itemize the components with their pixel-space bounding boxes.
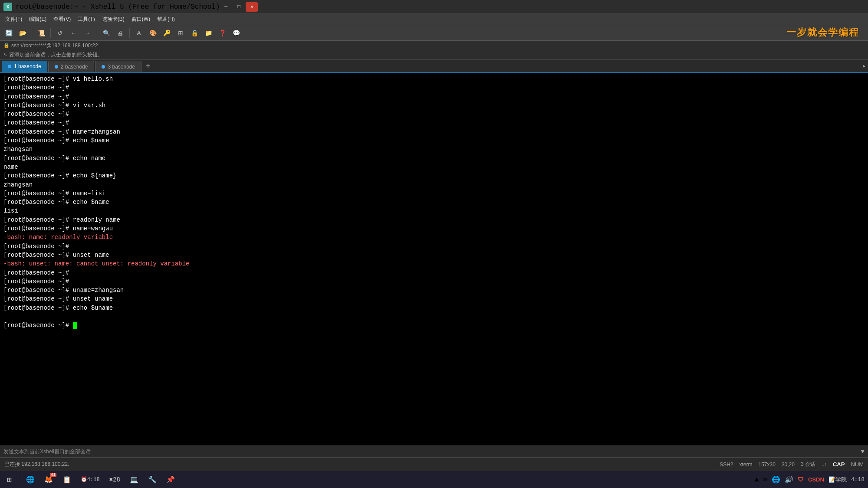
terminal-area[interactable]: [root@basenode ~]# vi hello.sh[root@base…: [0, 73, 868, 445]
menu-edit[interactable]: 编辑(E): [26, 15, 50, 24]
toolbar-refresh-btn[interactable]: ↺: [54, 27, 66, 39]
toolbar-folder-btn[interactable]: 📁: [202, 27, 214, 39]
files-btn[interactable]: 📋: [59, 473, 75, 487]
tray-keyboard-icon[interactable]: ⌨: [763, 475, 767, 484]
toolbar-lock-btn[interactable]: 🔒: [188, 27, 201, 39]
notes-tray[interactable]: 📝学院: [829, 476, 847, 484]
toolbar-question-btn[interactable]: ❓: [216, 27, 228, 39]
terminal-line: [root@basenode ~]# vi var.sh: [3, 101, 865, 110]
terminal-line: [root@basenode ~]# echo $name: [3, 136, 865, 145]
menu-window[interactable]: 窗口(W): [128, 15, 154, 24]
error-output: -bash: name: readonly variable: [3, 233, 865, 242]
tab-3[interactable]: 3 basenode: [95, 61, 141, 72]
toolbar-layout-btn[interactable]: ⊞: [174, 27, 187, 39]
terminal-line: [3, 312, 865, 321]
prompt-text: [root@basenode ~]#: [3, 269, 73, 276]
toolbar-color-btn[interactable]: 🎨: [147, 27, 159, 39]
tabs-scroll-right[interactable]: ▸: [862, 62, 866, 70]
toolbar-forward-btn[interactable]: →: [82, 27, 94, 39]
caps-lock-indicator: CAP: [833, 461, 845, 468]
prompt-text: [root@basenode ~]#: [3, 322, 73, 329]
toolbar-key-btn[interactable]: 🔑: [161, 27, 173, 39]
toolbar-back-btn[interactable]: ←: [68, 27, 80, 39]
send-arrow-icon[interactable]: ▼: [861, 448, 865, 455]
pin-btn[interactable]: 📌: [163, 473, 178, 487]
toolbar-new-btn[interactable]: 🔄: [3, 27, 15, 39]
terminal-line: [root@basenode ~]# name=zhangsan: [3, 128, 865, 136]
prompt-text: [root@basenode ~]#: [3, 243, 73, 250]
command-text: uname=zhangsan: [73, 287, 124, 294]
command-text: echo ${name}: [73, 172, 117, 179]
timer-btn[interactable]: ⏰4:18: [77, 473, 103, 487]
menubar: 文件(F) 编辑(E) 查看(V) 工具(T) 选项卡(B) 窗口(W) 帮助(…: [0, 14, 868, 25]
prompt-text: [root@basenode ~]#: [3, 84, 73, 91]
main-wrapper: [root@basenode ~]# vi hello.sh[root@base…: [0, 73, 868, 471]
connection-status: 已连接 192.168.188.100:22.: [4, 461, 720, 468]
tab-1[interactable]: 1 basenode: [2, 61, 47, 72]
clock: 4:18: [851, 476, 865, 483]
menu-help[interactable]: 帮助(H): [154, 15, 178, 24]
tray-network-icon[interactable]: 🌐: [772, 475, 780, 484]
lock-icon: 🔒: [3, 43, 10, 48]
tray-up-icon[interactable]: ▲: [755, 476, 759, 484]
session-count: 3 会话: [801, 461, 815, 468]
terminal-line: zhangsan: [3, 145, 865, 154]
command-text: echo name: [73, 155, 106, 162]
send-text-label: 发送文本到当前Xshell窗口的全部会话: [3, 448, 91, 455]
toolbar-script-btn[interactable]: 📜: [35, 27, 47, 39]
prompt-text: [root@basenode ~]#: [3, 278, 73, 285]
toolbar: 🔄 📂 📜 ↺ ← → 🔍 🖨 A 🎨 🔑 ⊞ 🔒 📁 ❓ 💬 一岁就会学编程: [0, 25, 868, 41]
terminal-line: [root@basenode ~]# name=lisi: [3, 189, 865, 198]
menu-tabs[interactable]: 选项卡(B): [99, 15, 128, 24]
prompt-text: [root@basenode ~]#: [3, 93, 73, 100]
terminal-line: [root@basenode ~]#: [3, 242, 865, 251]
toolbar-chat-btn[interactable]: 💬: [230, 27, 242, 39]
transfer-arrows: ↓↑: [822, 462, 827, 468]
toolbar-search-btn[interactable]: 🔍: [100, 27, 112, 39]
ssh-version: SSH2: [720, 462, 733, 468]
terminal-btn[interactable]: 💻: [126, 473, 142, 487]
prompt-text: [root@basenode ~]#: [3, 137, 73, 144]
command-text: name=wangwu: [73, 225, 113, 232]
tab-2[interactable]: 2 basenode: [48, 61, 95, 72]
terminal-line: [root@basenode ~]# vi hello.sh: [3, 75, 865, 83]
system-tray: ▲ ⌨ 🌐 🔊 🛡 CSDN 📝学院 4:18: [755, 475, 865, 484]
add-tab-button[interactable]: +: [142, 61, 154, 72]
terminal-line: [root@basenode ~]# echo name: [3, 154, 865, 163]
minimize-button[interactable]: ─: [220, 2, 232, 12]
prompt-text: [root@basenode ~]#: [3, 199, 73, 206]
settings-btn[interactable]: 🔧: [145, 473, 160, 487]
tabs-bar: 1 basenode 2 basenode 3 basenode + ▸: [0, 60, 868, 73]
close-button[interactable]: ✕: [246, 2, 258, 12]
window-title: root@basenode:~ - Xshell 5 (Free for Hom…: [16, 3, 220, 11]
command-text: unset name: [73, 252, 109, 259]
toolbar-open-btn[interactable]: 📂: [16, 27, 29, 39]
menu-file[interactable]: 文件(F): [2, 15, 26, 24]
firefox-btn[interactable]: 🦊41: [41, 473, 56, 487]
tray-volume-icon[interactable]: 🔊: [785, 475, 793, 484]
cursor-block: [73, 322, 77, 329]
terminal-line: [root@basenode ~]#: [3, 110, 865, 118]
browser-btn[interactable]: 🌐: [23, 473, 38, 487]
toolbar-sep2: [50, 28, 51, 38]
start-button[interactable]: ⊞: [3, 473, 15, 487]
menu-view[interactable]: 查看(V): [50, 15, 74, 24]
terminal-line: [root@basenode ~]# uname=zhangsan: [3, 286, 865, 295]
command-text: vi hello.sh: [73, 75, 113, 82]
command-text: vi var.sh: [73, 102, 106, 109]
tray-antivirus-icon[interactable]: 🛡: [798, 476, 804, 483]
maximize-button[interactable]: □: [233, 2, 245, 12]
toolbar-font-btn[interactable]: A: [133, 27, 145, 39]
menu-tools[interactable]: 工具(T): [74, 15, 98, 24]
app5-btn[interactable]: ✖28: [106, 473, 124, 487]
toolbar-sep3: [97, 28, 97, 38]
num-lock-indicator: NUM: [851, 461, 864, 468]
tab1-label: 1 basenode: [14, 63, 41, 69]
command-text: echo $name: [73, 199, 109, 206]
toolbar-print-btn[interactable]: 🖨: [114, 27, 126, 39]
prompt-text: [root@basenode ~]#: [3, 75, 73, 82]
terminal-line: [root@basenode ~]#: [3, 118, 865, 127]
prompt-text: [root@basenode ~]#: [3, 172, 73, 179]
terminal-line: [root@basenode ~]#: [3, 321, 865, 330]
csdn-tray[interactable]: CSDN: [808, 476, 824, 483]
